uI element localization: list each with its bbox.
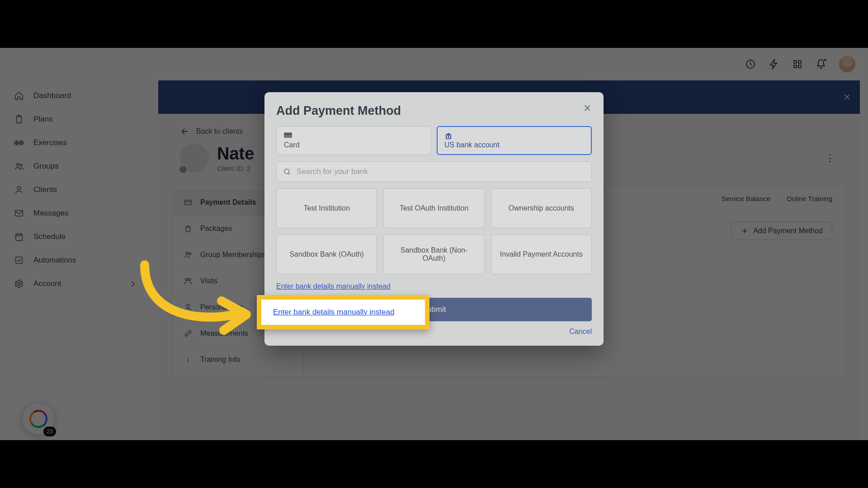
letterbox-bottom	[0, 440, 868, 488]
bank-tile[interactable]: Test OAuth Institution	[383, 188, 484, 228]
segment-card-label: Card	[284, 141, 300, 149]
svg-rect-27	[284, 134, 292, 135]
svg-point-32	[284, 169, 289, 174]
bank-search-input[interactable]	[297, 167, 585, 176]
bank-tile[interactable]: Ownership accounts	[491, 188, 592, 228]
enter-manually-link[interactable]: Enter bank details manually instead	[276, 282, 391, 290]
svg-rect-30	[450, 136, 451, 138]
segment-bank-label: US bank account	[444, 141, 500, 149]
bank-tile[interactable]: Sandbox Bank (Non-OAuth)	[383, 235, 484, 274]
modal-title: Add Payment Method	[276, 104, 592, 118]
modal-close-button[interactable]: ✕	[581, 102, 594, 115]
svg-rect-26	[284, 132, 292, 138]
overlay-stack: Add Payment Method ✕ Card US bank accoun…	[0, 48, 868, 440]
svg-rect-31	[445, 138, 452, 139]
bank-grid: Test Institution Test OAuth Institution …	[276, 188, 592, 274]
payment-type-segment: Card US bank account	[276, 126, 592, 155]
segment-card[interactable]: Card	[276, 126, 431, 155]
card-icon	[284, 132, 292, 138]
annotation-highlight: Enter bank details manually instead	[257, 295, 429, 329]
segment-us-bank[interactable]: US bank account	[437, 126, 592, 155]
cancel-link[interactable]: Cancel	[569, 328, 592, 335]
bank-tile[interactable]: Test Institution	[276, 188, 377, 228]
bank-search[interactable]	[276, 161, 592, 182]
bank-tile[interactable]: Invalid Payment Accounts	[491, 235, 592, 274]
bank-icon	[444, 132, 453, 138]
search-icon	[283, 168, 291, 176]
letterbox-top	[0, 0, 868, 48]
bank-tile[interactable]: Sandbox Bank (OAuth)	[276, 235, 377, 274]
enter-manually-link-highlight[interactable]: Enter bank details manually instead	[273, 308, 394, 317]
svg-rect-28	[446, 136, 447, 138]
svg-rect-29	[448, 136, 449, 138]
